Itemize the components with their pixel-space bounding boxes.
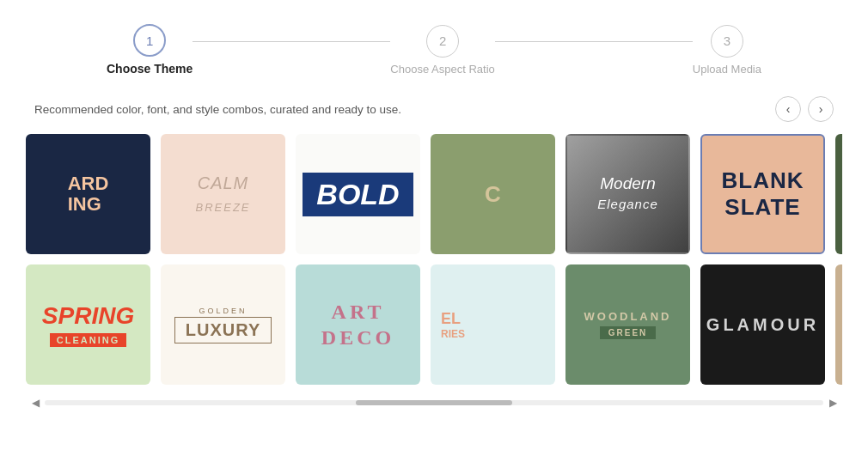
step-1[interactable]: 1 Choose Theme <box>107 24 193 76</box>
next-arrow[interactable]: › <box>808 96 834 122</box>
stepper: 1 Choose Theme 2 Choose Aspect Ratio 3 U… <box>0 0 868 89</box>
step-2-circle: 2 <box>426 25 459 58</box>
scrollbar-row: ◀ ▶ <box>0 385 868 412</box>
theme-card-artdeco[interactable]: ARTDECO <box>296 264 420 385</box>
step-3-circle: 3 <box>711 25 743 58</box>
scroll-prev[interactable]: ◀ <box>26 393 45 412</box>
subtitle-row: Recommended color, font, and style combo… <box>0 89 868 134</box>
subtitle-text: Recommended color, font, and style combo… <box>34 103 401 116</box>
step-line-2 <box>495 41 693 42</box>
theme-card-modern[interactable]: ModernElegance <box>565 134 690 254</box>
theme-card-spring[interactable]: SPRING CLEANING <box>26 264 150 385</box>
nav-arrows: ‹ › <box>775 96 834 122</box>
step-2[interactable]: 2 Choose Aspect Ratio <box>390 25 494 76</box>
step-1-label: Choose Theme <box>107 62 193 76</box>
theme-card-blank[interactable]: BLANKSLATE <box>700 134 825 254</box>
scrollbar-thumb <box>356 400 511 405</box>
step-3-label: Upload Media <box>693 63 761 76</box>
step-line-1 <box>193 41 390 42</box>
theme-card-partial-left[interactable]: EL RIES <box>431 264 555 385</box>
prev-arrow[interactable]: ‹ <box>775 96 801 122</box>
step-2-label: Choose Aspect Ratio <box>390 63 494 76</box>
theme-card-bold[interactable]: BOLD <box>296 134 420 254</box>
theme-card-partial-m[interactable]: M <box>835 264 842 385</box>
step-3[interactable]: 3 Upload Media <box>693 25 761 76</box>
theme-card-partial-right[interactable]: C <box>431 134 555 254</box>
scroll-next[interactable]: ▶ <box>823 393 842 412</box>
theme-card-woodland[interactable]: WOODLAND GREEN <box>565 264 690 385</box>
step-1-circle: 1 <box>133 24 166 57</box>
theme-card-tis[interactable]: 'TIS THESEASON <box>835 134 842 254</box>
theme-card-golden[interactable]: GOLDEN LUXURY <box>161 264 285 385</box>
scrollbar-track[interactable] <box>45 400 823 405</box>
theme-card-ard[interactable]: ARDING <box>26 134 150 254</box>
theme-grid: ARDING SPRING CLEANING CALMBREEZE GOLDEN… <box>26 134 842 385</box>
theme-grid-wrapper: ARDING SPRING CLEANING CALMBREEZE GOLDEN… <box>0 134 868 385</box>
theme-card-calm[interactable]: CALMBREEZE <box>161 134 285 254</box>
theme-card-glamour[interactable]: GLAMOUR <box>700 264 825 385</box>
